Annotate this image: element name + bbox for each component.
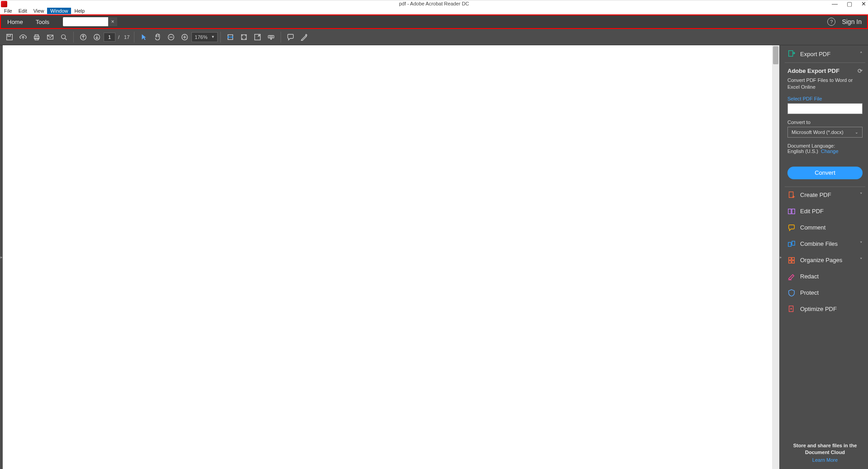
- tool-protect[interactable]: Protect: [782, 285, 868, 301]
- comment-icon[interactable]: [284, 30, 297, 44]
- chevron-up-icon: ˄: [860, 51, 863, 57]
- organize-pages-icon: [787, 256, 796, 264]
- tool-optimize-pdf[interactable]: Optimize PDF: [782, 301, 868, 317]
- export-subtitle: Convert PDF Files to Word or Excel Onlin…: [787, 77, 863, 91]
- fit-width-icon[interactable]: [224, 30, 237, 44]
- svg-rect-30: [789, 261, 791, 263]
- export-title: Adobe Export PDF: [787, 67, 839, 74]
- page-up-icon[interactable]: [76, 30, 90, 44]
- convert-to-dropdown[interactable]: Microsoft Word (*.docx) ⌄: [787, 127, 863, 138]
- chevron-right-icon: ▸: [0, 255, 3, 259]
- svg-rect-3: [35, 34, 38, 36]
- redact-icon: [787, 273, 796, 281]
- vertical-scrollbar[interactable]: [772, 45, 779, 469]
- print-icon[interactable]: [30, 30, 43, 44]
- zoom-out-icon[interactable]: [164, 30, 178, 44]
- tool-label: Optimize PDF: [800, 306, 863, 312]
- toolbar: / 17 176% ▼: [0, 29, 868, 45]
- svg-rect-25: [792, 209, 795, 214]
- export-pdf-icon: [787, 50, 796, 58]
- tool-edit-pdf[interactable]: Edit PDF: [782, 203, 868, 220]
- zoom-in-icon[interactable]: [178, 30, 191, 44]
- search-icon[interactable]: [57, 30, 71, 44]
- tools-panel: Export PDF ˄ Adobe Export PDF ⟳ Convert …: [782, 45, 868, 469]
- sign-icon[interactable]: [297, 30, 311, 44]
- chevron-right-icon: ▸: [780, 255, 782, 259]
- svg-rect-28: [789, 257, 791, 259]
- tab-home[interactable]: Home: [1, 15, 29, 28]
- tool-comment[interactable]: Comment: [782, 220, 868, 236]
- convert-to-label: Convert to: [787, 120, 863, 125]
- tool-organize-pages[interactable]: Organize Pages ˅: [782, 252, 868, 268]
- export-pdf-header[interactable]: Export PDF ˄: [782, 45, 868, 62]
- svg-rect-31: [792, 261, 794, 263]
- scrollbar-thumb[interactable]: [773, 46, 778, 64]
- tool-combine-files[interactable]: Combine Files ˅: [782, 236, 868, 252]
- protect-icon: [787, 289, 796, 297]
- svg-point-6: [62, 34, 66, 38]
- tab-tools[interactable]: Tools: [29, 15, 56, 28]
- svg-rect-26: [788, 242, 791, 246]
- edit-pdf-icon: [787, 207, 796, 215]
- panel-footer: Store and share files in the Document Cl…: [782, 438, 868, 469]
- document-tab-label: [63, 17, 108, 26]
- menu-view[interactable]: View: [30, 8, 48, 14]
- window-maximize-button[interactable]: ▢: [847, 0, 852, 7]
- tool-label: Redact: [800, 273, 863, 280]
- tool-label: Combine Files: [800, 240, 860, 247]
- convert-to-value: Microsoft Word (*.docx): [792, 129, 844, 135]
- save-icon[interactable]: [3, 30, 16, 44]
- tool-redact[interactable]: Redact: [782, 268, 868, 285]
- sign-in-link[interactable]: Sign In: [842, 18, 867, 25]
- change-language-link[interactable]: Change: [821, 148, 839, 154]
- cloud-upload-icon[interactable]: [16, 30, 30, 44]
- chevron-down-icon: ⌄: [855, 130, 858, 134]
- document-language-value: English (U.S.): [787, 148, 818, 154]
- document-view[interactable]: [3, 45, 779, 469]
- page-number-input[interactable]: [104, 33, 115, 42]
- cursor-arrow-icon[interactable]: [137, 30, 151, 44]
- menu-help[interactable]: Help: [71, 8, 88, 14]
- chevron-down-icon: ▼: [211, 35, 215, 39]
- help-icon[interactable]: ?: [827, 18, 835, 26]
- menu-file[interactable]: File: [1, 8, 15, 14]
- chevron-down-icon: ˅: [860, 192, 863, 198]
- select-pdf-file-field[interactable]: [787, 103, 863, 114]
- tool-label: Protect: [800, 289, 863, 296]
- comment-tool-icon: [787, 224, 796, 232]
- page-total: 17: [124, 34, 129, 40]
- optimize-pdf-icon: [787, 305, 796, 313]
- window-minimize-button[interactable]: —: [832, 0, 838, 7]
- convert-button[interactable]: Convert: [787, 167, 863, 179]
- create-pdf-icon: [787, 191, 796, 199]
- svg-rect-27: [792, 241, 795, 245]
- app-logo-icon: [1, 1, 7, 7]
- email-icon[interactable]: [43, 30, 57, 44]
- read-mode-icon[interactable]: [264, 30, 278, 44]
- zoom-level-dropdown[interactable]: 176% ▼: [191, 32, 218, 42]
- page-down-icon[interactable]: [90, 30, 104, 44]
- document-tab[interactable]: ×: [63, 17, 117, 27]
- window-close-button[interactable]: ✕: [861, 0, 866, 7]
- window-titlebar: pdf - Adobe Acrobat Reader DC — ▢ ✕: [0, 0, 868, 7]
- window-title: pdf - Adobe Acrobat Reader DC: [399, 1, 469, 6]
- menubar: File Edit View Window Help: [0, 7, 868, 14]
- svg-rect-24: [788, 209, 791, 214]
- fullscreen-icon[interactable]: [251, 30, 264, 44]
- hand-tool-icon[interactable]: [151, 30, 164, 44]
- chevron-down-icon: ˅: [860, 241, 863, 247]
- tabstrip: Home Tools × ? Sign In: [1, 15, 867, 28]
- document-tab-close-button[interactable]: ×: [108, 17, 117, 26]
- learn-more-link[interactable]: Learn More: [785, 457, 865, 463]
- tabstrip-highlight-box: Home Tools × ? Sign In: [0, 14, 868, 29]
- tool-create-pdf[interactable]: Create PDF ˅: [782, 187, 868, 203]
- menu-window[interactable]: Window: [47, 8, 71, 14]
- page-separator: /: [118, 34, 119, 40]
- tool-label: Edit PDF: [800, 208, 863, 215]
- export-pdf-label: Export PDF: [800, 51, 860, 57]
- fit-page-icon[interactable]: [237, 30, 251, 44]
- menu-edit[interactable]: Edit: [15, 8, 30, 14]
- tool-label: Comment: [800, 224, 863, 231]
- tool-label: Create PDF: [800, 191, 860, 198]
- export-settings-icon[interactable]: ⟳: [858, 67, 863, 74]
